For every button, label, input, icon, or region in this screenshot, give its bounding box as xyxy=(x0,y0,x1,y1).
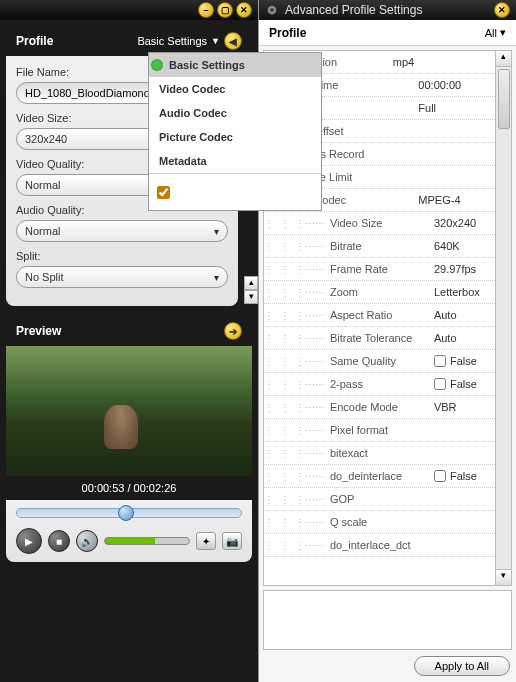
profile-sub-label: Profile xyxy=(269,26,306,40)
volume-icon[interactable]: 🔊 xyxy=(76,530,98,552)
prop-bitexact[interactable]: bitexact xyxy=(264,442,495,465)
time-display: 00:00:53 / 00:02:26 xyxy=(6,476,252,500)
video-frame[interactable] xyxy=(6,346,252,476)
preview-header: Preview ➔ xyxy=(6,316,252,346)
advanced-close-button[interactable]: ✕ xyxy=(494,2,510,18)
minimize-button[interactable]: – xyxy=(198,2,214,18)
split-label: Split: xyxy=(16,250,228,262)
maximize-button[interactable]: ▢ xyxy=(217,2,233,18)
menu-item-metadata[interactable]: Metadata xyxy=(149,149,321,173)
filter-all-dropdown[interactable]: All▾ xyxy=(485,26,506,39)
prop-encode-mode[interactable]: Encode ModeVBR xyxy=(264,396,495,419)
show-advanced-checkbox[interactable] xyxy=(157,186,170,199)
chevron-down-icon: ▾ xyxy=(214,272,219,283)
collapse-arrow-button[interactable]: ◀ xyxy=(224,32,242,50)
seek-thumb[interactable] xyxy=(118,505,134,521)
prop-bitrate-tolerance[interactable]: Bitrate ToleranceAuto xyxy=(264,327,495,350)
scroll-thumb[interactable] xyxy=(498,69,510,129)
audio-quality-combo[interactable]: Normal▾ xyxy=(16,220,228,242)
prop-zoom[interactable]: ZoomLetterbox xyxy=(264,281,495,304)
prop-2pass[interactable]: 2-passFalse xyxy=(264,373,495,396)
gear-icon xyxy=(265,3,279,17)
play-button[interactable]: ▶ xyxy=(16,528,42,554)
split-combo[interactable]: No Split▾ xyxy=(16,266,228,288)
prop-aspect-ratio[interactable]: Aspect RatioAuto xyxy=(264,304,495,327)
scroll-up-button[interactable]: ▴ xyxy=(496,51,511,67)
chevron-down-icon: ▾ xyxy=(214,226,219,237)
prop-gop[interactable]: GOP xyxy=(264,488,495,511)
profile-title: Profile xyxy=(16,34,53,48)
close-button[interactable]: ✕ xyxy=(236,2,252,18)
same-quality-checkbox[interactable] xyxy=(434,355,446,367)
settings-dropdown-menu: Basic Settings Video Codec Audio Codec P… xyxy=(148,52,322,211)
profile-subheader: Profile All▾ xyxy=(259,20,516,46)
menu-item-video-codec[interactable]: Video Codec xyxy=(149,77,321,101)
menu-item-picture-codec[interactable]: Picture Codec xyxy=(149,125,321,149)
prop-q-scale[interactable]: Q scale xyxy=(264,511,495,534)
snapshot-button[interactable]: 📷 xyxy=(222,532,242,550)
prop-bitrate[interactable]: Bitrate640K xyxy=(264,235,495,258)
scroll-up-button[interactable]: ▴ xyxy=(244,276,258,290)
menu-item-audio-codec[interactable]: Audio Codec xyxy=(149,101,321,125)
settings-dropdown-label[interactable]: Basic Settings xyxy=(137,35,207,47)
window-titlebar-left: – ▢ ✕ xyxy=(0,0,258,20)
preview-title: Preview xyxy=(16,324,61,338)
volume-slider[interactable] xyxy=(104,537,190,545)
video-thumbnail xyxy=(6,346,252,476)
menu-item-show-advanced[interactable]: Show Advanced Video Options xyxy=(149,174,321,210)
scroll-down-button[interactable]: ▾ xyxy=(244,290,258,304)
tree-scrollbar[interactable]: ▴ ▾ xyxy=(496,50,512,586)
prop-video-size[interactable]: Video Size320x240 xyxy=(264,212,495,235)
left-panel: – ▢ ✕ Profile Basic Settings ▼ ◀ Basic S… xyxy=(0,0,258,682)
player-controls: ▶ ■ 🔊 ✦ 📷 xyxy=(6,500,252,562)
prop-pixel-format[interactable]: Pixel format xyxy=(264,419,495,442)
prop-do-interlace-dct[interactable]: do_interlace_dct xyxy=(264,534,495,557)
chevron-down-icon: ▾ xyxy=(500,26,506,39)
show-advanced-label: Show Advanced Video Options xyxy=(176,180,313,204)
description-box xyxy=(263,590,512,650)
prop-frame-rate[interactable]: Frame Rate29.97fps xyxy=(264,258,495,281)
preview-body: 00:00:53 / 00:02:26 ▶ ■ 🔊 ✦ 📷 xyxy=(6,346,252,562)
window-titlebar-right: Advanced Profile Settings ✕ xyxy=(259,0,516,20)
two-pass-checkbox[interactable] xyxy=(434,378,446,390)
seek-bar[interactable] xyxy=(16,508,242,518)
prop-same-quality[interactable]: Same QualityFalse xyxy=(264,350,495,373)
button-bar: Apply to All xyxy=(259,650,516,682)
deinterlace-checkbox[interactable] xyxy=(434,470,446,482)
scroll-down-button[interactable]: ▾ xyxy=(496,569,511,585)
chevron-down-icon: ▼ xyxy=(211,36,220,46)
profile-header: Profile Basic Settings ▼ ◀ Basic Setting… xyxy=(6,26,252,56)
apply-to-all-button[interactable]: Apply to All xyxy=(414,656,510,676)
stop-button[interactable]: ■ xyxy=(48,530,70,552)
effects-button[interactable]: ✦ xyxy=(196,532,216,550)
preview-arrow-button[interactable]: ➔ xyxy=(224,322,242,340)
advanced-title: Advanced Profile Settings xyxy=(285,3,488,17)
menu-item-basic-settings[interactable]: Basic Settings xyxy=(149,53,321,77)
svg-point-1 xyxy=(270,8,274,12)
prop-do-deinterlace[interactable]: do_deinterlaceFalse xyxy=(264,465,495,488)
